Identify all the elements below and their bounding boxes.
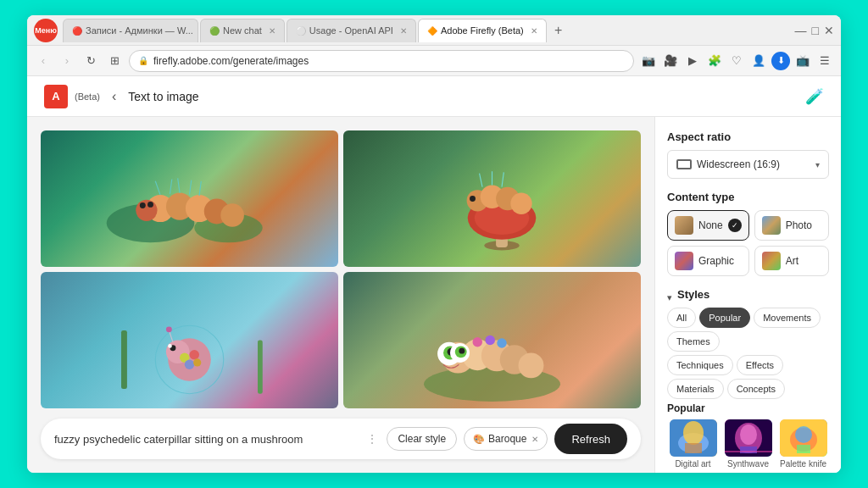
play-icon[interactable]: ▶	[683, 52, 702, 70]
browser-tab-4[interactable]: 🔶 Adobe Firefly (Beta) ✕	[418, 19, 547, 42]
image-cell-top-left[interactable]	[41, 130, 338, 267]
svg-point-6	[220, 203, 244, 227]
address-bar[interactable]: 🔒 firefly.adobe.com/generate/images	[129, 50, 634, 72]
image-cell-bottom-left[interactable]	[41, 272, 338, 408]
reload-button[interactable]: ↻	[81, 52, 100, 70]
caterpillar-image-tr	[343, 130, 641, 267]
svg-rect-62	[740, 446, 757, 453]
new-tab-button[interactable]: +	[548, 20, 569, 41]
tab4-close[interactable]: ✕	[531, 26, 537, 36]
close-button[interactable]: ✕	[824, 24, 834, 37]
prompt-expand-icon[interactable]: ⋮	[366, 432, 378, 446]
download-icon[interactable]: ⬇	[771, 52, 790, 70]
content-type-photo[interactable]: Photo	[754, 210, 829, 241]
tab3-label: Usage - OpenAI API	[309, 25, 393, 36]
svg-line-10	[190, 180, 192, 195]
svg-point-61	[740, 424, 757, 445]
style-filters-row2: Techniques Effects Materials Concepts	[667, 355, 829, 399]
filter-effects[interactable]: Effects	[737, 355, 783, 375]
profile-icon[interactable]: 👤	[749, 52, 768, 70]
browser-tabs: 🔴 Записи - Админки — W... ✕ 🟢 New chat ✕…	[63, 19, 790, 42]
baroque-icon: 🎨	[473, 434, 485, 445]
filter-materials[interactable]: Materials	[667, 379, 724, 399]
filter-themes[interactable]: Themes	[667, 331, 720, 352]
clear-style-button[interactable]: Clear style	[387, 427, 457, 451]
filter-popular[interactable]: Popular	[699, 308, 750, 328]
browser-toolbar: ‹ › ↻ ⊞ 🔒 firefly.adobe.com/generate/ima…	[27, 46, 841, 76]
refresh-button[interactable]: Refresh	[554, 424, 627, 454]
caterpillar-image-tl	[41, 130, 338, 267]
image-cell-bottom-right[interactable]	[343, 272, 641, 408]
menu-icon[interactable]: ☰	[815, 52, 834, 70]
heart-icon[interactable]: ♡	[727, 52, 746, 70]
browser-window: Меню 🔴 Записи - Админки — W... ✕ 🟢 New c…	[27, 15, 841, 473]
page-title: Text to image	[128, 90, 198, 103]
browser-tab-3[interactable]: ⚪ Usage - OpenAI API ✕	[287, 19, 416, 42]
synthwave-label: Synthwave	[727, 459, 769, 469]
puzzle-icon[interactable]: 🧩	[705, 52, 724, 70]
svg-point-53	[485, 336, 495, 346]
prompt-text[interactable]: fuzzy psychedelic caterpillar sitting on…	[54, 433, 358, 446]
svg-line-23	[480, 174, 482, 187]
back-button[interactable]: ‹	[34, 52, 53, 70]
content-type-none[interactable]: None ✓	[667, 210, 749, 241]
address-text: firefly.adobe.com/generate/images	[153, 55, 625, 67]
forward-button[interactable]: ›	[58, 52, 76, 70]
style-filters-row1: All Popular Movements Themes	[667, 308, 829, 352]
home-button[interactable]: ⊞	[105, 52, 124, 70]
svg-rect-58	[685, 443, 702, 453]
widescreen-icon	[676, 159, 692, 169]
tab3-icon: ⚪	[296, 26, 306, 36]
svg-rect-67	[797, 445, 810, 453]
content-type-section: Content type None ✓ Photo	[667, 191, 829, 276]
svg-rect-27	[121, 330, 127, 389]
filter-techniques[interactable]: Techniques	[667, 355, 733, 375]
app-content: A (Beta) ‹ Text to image 🧪	[27, 76, 841, 473]
popular-item-digital-art[interactable]: Digital art	[667, 419, 719, 469]
adobe-logo: A (Beta)	[44, 85, 100, 108]
filter-concepts[interactable]: Concepts	[727, 379, 785, 399]
browser-tab-2[interactable]: 🟢 New chat ✕	[200, 19, 285, 42]
content-type-art[interactable]: Art	[754, 246, 829, 276]
menu-button[interactable]: Меню	[34, 19, 58, 42]
aspect-ratio-title: Aspect ratio	[667, 130, 829, 143]
minimize-button[interactable]: —	[795, 24, 807, 37]
camera-icon[interactable]: 🎥	[661, 52, 680, 70]
tag-remove-button[interactable]: ✕	[531, 435, 538, 444]
art-thumb	[762, 252, 781, 270]
browser-tab-1[interactable]: 🔴 Записи - Админки — W... ✕	[63, 19, 198, 42]
none-thumb	[675, 216, 693, 235]
app-header: A (Beta) ‹ Text to image 🧪	[27, 76, 841, 117]
toolbar-actions: 📷 🎥 ▶ 🧩 ♡ 👤 ⬇ 📺 ☰	[639, 52, 834, 70]
filter-all[interactable]: All	[667, 308, 696, 328]
filter-movements[interactable]: Movements	[754, 308, 821, 328]
photo-thumb	[762, 216, 781, 235]
screenshot-icon[interactable]: 📷	[639, 52, 658, 70]
tab2-close[interactable]: ✕	[269, 26, 275, 36]
art-label: Art	[786, 255, 798, 267]
graphic-label: Graphic	[698, 255, 734, 267]
svg-point-54	[497, 338, 507, 348]
popular-item-palette-knife[interactable]: Palette knife	[777, 419, 829, 469]
image-cell-top-right[interactable]	[343, 130, 641, 267]
tab4-label: Adobe Firefly (Beta)	[441, 25, 524, 36]
back-nav-button[interactable]: ‹	[112, 89, 116, 104]
palette-knife-label: Palette knife	[780, 459, 826, 469]
popular-label: Popular	[667, 402, 829, 414]
svg-point-52	[473, 337, 483, 347]
popular-item-synthwave[interactable]: Synthwave	[722, 419, 774, 469]
styles-collapse-icon[interactable]: ▾	[667, 292, 672, 303]
browser-titlebar: Меню 🔴 Записи - Админки — W... ✕ 🟢 New c…	[27, 15, 841, 46]
cast-icon[interactable]: 📺	[793, 52, 812, 70]
none-label: None	[698, 219, 723, 231]
aspect-ratio-text: Widescreen (16:9)	[697, 158, 780, 170]
tab3-close[interactable]: ✕	[400, 26, 407, 36]
synthwave-thumb	[725, 419, 772, 457]
content-type-graphic[interactable]: Graphic	[667, 246, 749, 276]
user-flask-icon: 🧪	[805, 88, 824, 105]
svg-point-35	[193, 358, 201, 366]
maximize-button[interactable]: □	[812, 24, 819, 37]
content-type-grid: None ✓ Photo Graphic	[667, 210, 829, 276]
styles-title: Styles	[677, 288, 709, 301]
aspect-ratio-dropdown[interactable]: Widescreen (16:9) ▾	[667, 150, 829, 179]
